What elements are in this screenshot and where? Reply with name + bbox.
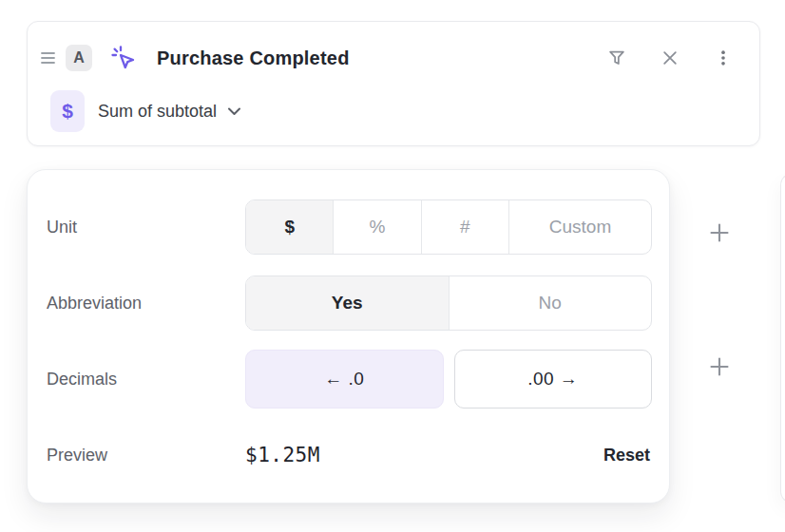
chevron-down-icon: [228, 107, 240, 116]
kebab-menu-icon: [714, 48, 733, 68]
event-card-header: A Purchase Completed: [41, 37, 735, 79]
decimals-control: ← .0 .00 →: [245, 350, 652, 408]
unit-option-percent[interactable]: %: [333, 200, 420, 254]
metric-selector[interactable]: Sum of subtotal: [98, 102, 240, 122]
unit-option-number[interactable]: #: [421, 200, 508, 254]
drag-handle-icon[interactable]: [41, 49, 58, 66]
preview-value: $1.25M: [245, 444, 320, 466]
adjacent-card-edge: [780, 173, 785, 504]
event-type-badge: A: [66, 45, 92, 71]
close-button[interactable]: [659, 47, 681, 69]
event-metric-row: $ Sum of subtotal: [50, 88, 735, 134]
click-event-icon: [109, 44, 138, 72]
unit-control: $ % # Custom: [245, 200, 652, 255]
unit-option-custom[interactable]: Custom: [508, 200, 651, 254]
decimals-row: Decimals ← .0 .00 →: [47, 341, 652, 417]
close-icon: [661, 48, 680, 67]
filter-icon: [606, 48, 627, 68]
decimals-increase-button[interactable]: .00 →: [454, 350, 653, 408]
drag-handle-lines: [41, 51, 56, 65]
preview-label: Preview: [47, 446, 245, 466]
abbreviation-option-no[interactable]: No: [449, 276, 652, 330]
decimals-label: Decimals: [47, 370, 245, 390]
decimals-decrease-button[interactable]: ← .0: [245, 350, 444, 408]
unit-segmented-control: $ % # Custom: [245, 200, 652, 255]
event-title[interactable]: Purchase Completed: [157, 48, 350, 69]
number-format-panel: Unit $ % # Custom Abbreviation Yes No De…: [27, 169, 670, 504]
event-card-actions: [605, 47, 735, 69]
filter-button[interactable]: [605, 47, 628, 69]
abbreviation-label: Abbreviation: [47, 294, 245, 314]
abbreviation-segmented-control: Yes No: [245, 276, 652, 331]
event-card: A Purchase Completed: [27, 21, 760, 146]
dollar-metric-icon: $: [50, 90, 85, 132]
plus-icon: [708, 355, 731, 378]
abbreviation-control: Yes No: [245, 276, 652, 331]
unit-label: Unit: [47, 218, 245, 238]
unit-row: Unit $ % # Custom: [47, 189, 652, 265]
reset-button[interactable]: Reset: [603, 446, 652, 466]
unit-option-dollar[interactable]: $: [246, 200, 333, 254]
metric-label: Sum of subtotal: [98, 102, 217, 122]
more-options-button[interactable]: [712, 47, 735, 69]
abbreviation-row: Abbreviation Yes No: [47, 265, 652, 341]
add-button-bottom[interactable]: [704, 352, 735, 382]
preview-row: Preview $1.25M Reset: [47, 417, 652, 493]
add-button-top[interactable]: [704, 218, 735, 248]
plus-icon: [708, 221, 731, 244]
abbreviation-option-yes[interactable]: Yes: [246, 276, 449, 330]
